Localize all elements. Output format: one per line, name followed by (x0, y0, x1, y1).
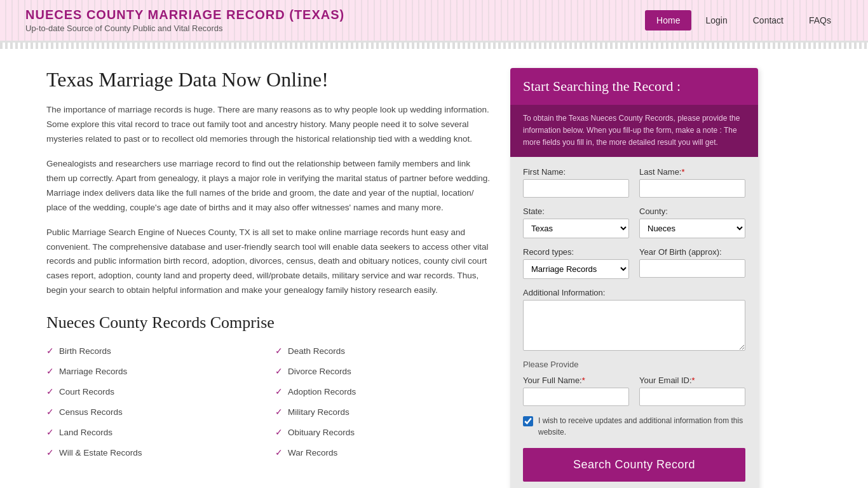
email-label: Your Email ID:* (639, 376, 745, 385)
record-label: Court Records (59, 387, 114, 396)
check-icon: ✓ (275, 346, 283, 356)
check-icon: ✓ (46, 427, 54, 437)
page-heading: Texas Marriage Data Now Online! (46, 68, 491, 92)
check-icon: ✓ (46, 386, 54, 396)
record-label: Marriage Records (59, 367, 127, 376)
site-subtitle: Up-to-date Source of County Public and V… (25, 24, 344, 33)
email-input[interactable] (639, 388, 745, 406)
record-label: Military Records (288, 407, 349, 417)
list-item: ✓Birth Records (46, 342, 262, 359)
first-name-group: First Name: (523, 167, 629, 198)
additional-info-textarea[interactable] (523, 300, 745, 351)
year-of-birth-group: Year Of Birth (approx): (639, 247, 745, 279)
additional-info-label: Additional Information: (523, 288, 745, 297)
first-name-input[interactable] (523, 179, 629, 198)
intro-text-2: Genealogists and researchers use marriag… (46, 157, 491, 215)
list-item: ✓Divorce Records (275, 363, 491, 379)
list-item: ✓Military Records (275, 403, 491, 420)
record-label: Obituary Records (288, 428, 355, 437)
list-item: ✓Obituary Records (275, 424, 491, 440)
main-nav: Home Login Contact FAQs (645, 10, 843, 30)
check-icon: ✓ (46, 447, 54, 458)
list-item: ✓Death Records (275, 342, 491, 359)
record-label: Adoption Records (288, 387, 356, 396)
list-item: ✓Marriage Records (46, 363, 262, 379)
full-name-input[interactable] (523, 388, 629, 406)
record-label: Divorce Records (288, 367, 351, 376)
right-sidebar: Start Searching the Record : To obtain t… (510, 68, 758, 488)
list-item: ✓Will & Estate Records (46, 444, 262, 461)
check-icon: ✓ (275, 427, 283, 437)
name-row: First Name: Last Name:* (523, 167, 745, 198)
last-name-group: Last Name:* (639, 167, 745, 198)
record-label: War Records (288, 448, 337, 458)
additional-info-group: Additional Information: (523, 288, 745, 351)
check-icon: ✓ (275, 407, 283, 417)
nav-home[interactable]: Home (645, 10, 691, 30)
form-header: Start Searching the Record : (510, 68, 758, 105)
email-group: Your Email ID:* (639, 376, 745, 406)
site-title: NUECES COUNTY MARRIAGE RECORD (TEXAS) (25, 8, 344, 22)
check-icon: ✓ (275, 447, 283, 458)
state-select[interactable]: TexasAlabamaAlaskaArizonaCalifornia (523, 219, 629, 238)
list-item: ✓Court Records (46, 383, 262, 400)
check-icon: ✓ (275, 386, 283, 396)
contact-row: Your Full Name:* Your Email ID:* (523, 376, 745, 406)
check-icon: ✓ (46, 366, 54, 376)
nav-login[interactable]: Login (694, 10, 738, 30)
record-types-group: Record types: Marriage RecordsBirth Reco… (523, 247, 629, 279)
record-label: Will & Estate Records (59, 448, 142, 458)
checkbox-label: I wish to receive updates and additional… (538, 415, 745, 438)
intro-text-1: The importance of marriage records is hu… (46, 103, 491, 147)
county-label: County: (639, 207, 745, 216)
county-select[interactable]: NuecesBexarHarrisDallas (639, 219, 745, 238)
record-label: Birth Records (59, 346, 111, 356)
last-name-label: Last Name:* (639, 167, 745, 177)
record-year-row: Record types: Marriage RecordsBirth Reco… (523, 247, 745, 279)
records-list: ✓Birth Records✓Death Records✓Marriage Re… (46, 342, 491, 461)
county-group: County: NuecesBexarHarrisDallas (639, 207, 745, 238)
record-types-label: Record types: (523, 247, 629, 257)
state-group: State: TexasAlabamaAlaskaArizonaCaliforn… (523, 207, 629, 238)
record-label: Land Records (59, 428, 112, 437)
main-container: Texas Marriage Data Now Online! The impo… (21, 49, 847, 488)
newsletter-checkbox[interactable] (523, 416, 533, 426)
full-name-label: Your Full Name:* (523, 376, 629, 385)
dot-separator (0, 43, 868, 49)
nav-faqs[interactable]: FAQs (797, 10, 843, 30)
state-county-row: State: TexasAlabamaAlaskaArizonaCaliforn… (523, 207, 745, 238)
site-header: NUECES COUNTY MARRIAGE RECORD (TEXAS) Up… (0, 0, 868, 43)
left-content: Texas Marriage Data Now Online! The impo… (46, 68, 491, 488)
check-icon: ✓ (275, 366, 283, 376)
records-section-heading: Nueces County Records Comprise (46, 313, 491, 332)
list-item: ✓Census Records (46, 403, 262, 420)
form-body: First Name: Last Name:* State: (510, 157, 758, 488)
search-button[interactable]: Search County Record (523, 448, 745, 482)
check-icon: ✓ (46, 346, 54, 356)
record-type-select[interactable]: Marriage RecordsBirth RecordsDeath Recor… (523, 259, 629, 279)
check-icon: ✓ (46, 407, 54, 417)
search-form-card: Start Searching the Record : To obtain t… (510, 68, 758, 488)
record-label: Census Records (59, 407, 123, 417)
list-item: ✓War Records (275, 444, 491, 461)
form-subheader: To obtain the Texas Nueces County Record… (510, 105, 758, 157)
intro-text-3: Public Marriage Search Engine of Nueces … (46, 226, 491, 299)
first-name-label: First Name: (523, 167, 629, 177)
full-name-group: Your Full Name:* (523, 376, 629, 406)
list-item: ✓Land Records (46, 424, 262, 440)
last-name-input[interactable] (639, 179, 745, 198)
record-label: Death Records (288, 346, 345, 356)
newsletter-checkbox-row: I wish to receive updates and additional… (523, 415, 745, 438)
year-of-birth-input[interactable] (639, 259, 745, 278)
please-provide-label: Please Provide (523, 360, 745, 369)
nav-contact[interactable]: Contact (742, 10, 795, 30)
state-label: State: (523, 207, 629, 216)
list-item: ✓Adoption Records (275, 383, 491, 400)
header-branding: NUECES COUNTY MARRIAGE RECORD (TEXAS) Up… (25, 8, 344, 33)
year-of-birth-label: Year Of Birth (approx): (639, 247, 745, 257)
